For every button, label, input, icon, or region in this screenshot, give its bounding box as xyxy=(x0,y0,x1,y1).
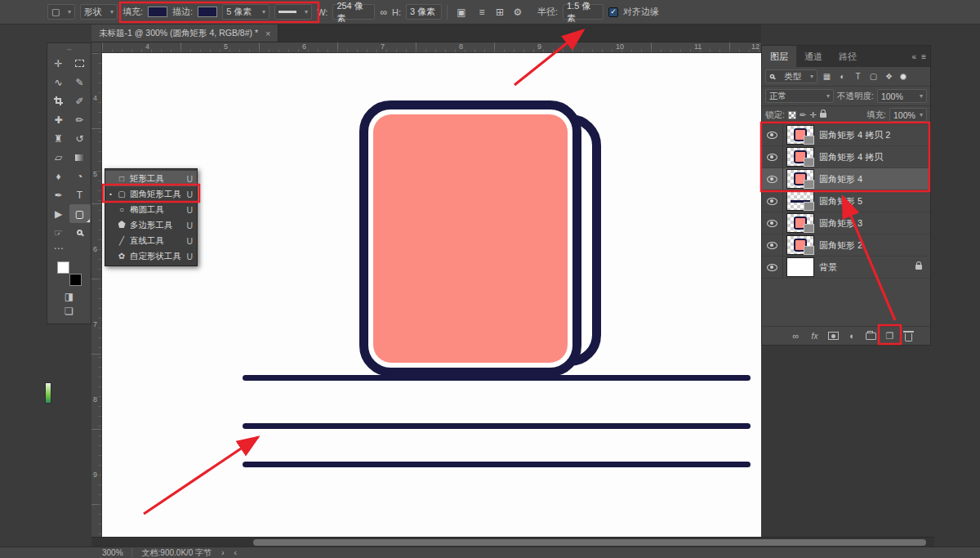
brush-tool[interactable]: ✏ xyxy=(69,110,91,129)
pen-tool[interactable]: ✒ xyxy=(48,185,69,204)
delete-layer-button[interactable] xyxy=(899,331,918,341)
visibility-toggle[interactable] xyxy=(762,190,783,212)
layer-thumbnail[interactable] xyxy=(786,213,814,233)
visibility-toggle[interactable] xyxy=(762,257,783,278)
horizontal-scrollbar[interactable] xyxy=(91,537,934,547)
background-color-swatch[interactable] xyxy=(69,274,82,286)
path-operations-button[interactable]: ▣ xyxy=(452,7,470,18)
status-collapse-icon[interactable]: ‹ xyxy=(234,548,237,557)
stroke-width-select[interactable]: 5 像素 ▾ xyxy=(222,4,270,20)
h-value-field[interactable]: 3 像素 xyxy=(406,4,442,20)
lock-transparency-icon[interactable] xyxy=(788,111,796,119)
visibility-toggle[interactable] xyxy=(762,124,783,145)
filter-adjustment-layers-icon[interactable]: ◐ xyxy=(836,72,849,81)
zoom-level-field[interactable]: 300% xyxy=(102,548,132,557)
type-tool[interactable]: T xyxy=(69,185,91,204)
close-icon[interactable]: × xyxy=(265,29,270,38)
foreground-color-swatch[interactable] xyxy=(57,261,69,274)
path-arrangement-button[interactable]: ⊞ xyxy=(493,7,506,18)
align-edges-checkbox[interactable]: ✓ xyxy=(608,7,618,17)
new-group-button[interactable] xyxy=(862,333,880,340)
radius-value-field[interactable]: 1.5 像素 xyxy=(563,4,604,20)
layer-row[interactable]: 圆角矩形 4 拷贝 xyxy=(762,146,930,168)
filter-toggle[interactable] xyxy=(900,74,906,80)
adjustment-layer-button[interactable]: ◐ xyxy=(843,331,862,341)
add-layer-mask-button[interactable] xyxy=(824,332,843,340)
layer-thumbnail[interactable] xyxy=(786,147,814,167)
layer-row-selected[interactable]: 圆角矩形 4 xyxy=(762,168,930,190)
path-alignment-button[interactable]: ≡ xyxy=(475,7,488,18)
layer-style-button[interactable]: fx xyxy=(805,332,824,341)
scrollbar-thumb[interactable] xyxy=(253,539,926,546)
menu-item-rounded-rectangle-tool[interactable]: ▪ ▢ 圆角矩形工具 U xyxy=(105,186,197,202)
lock-paint-icon[interactable]: ✏ xyxy=(800,110,806,119)
layer-thumbnail[interactable] xyxy=(786,125,814,145)
lock-move-icon[interactable]: ✛ xyxy=(809,110,816,119)
layer-thumbnail[interactable] xyxy=(786,169,814,189)
crop-tool[interactable] xyxy=(48,92,69,110)
dodge-tool[interactable]: ◔ xyxy=(69,167,91,185)
tool-preset-button[interactable]: ▢ ▾ xyxy=(47,4,75,20)
blend-mode-select[interactable]: 正常 ▾ xyxy=(765,89,834,103)
eraser-tool[interactable]: ▱ xyxy=(48,148,69,167)
rounded-rectangle-tool[interactable]: ▢ xyxy=(69,204,91,223)
filter-shape-layers-icon[interactable]: ▢ xyxy=(867,72,880,81)
toolbox-grip[interactable]: ↔ xyxy=(47,43,91,54)
link-dimensions-icon[interactable]: ∞ xyxy=(380,7,387,18)
collapse-panel-icon[interactable]: « xyxy=(912,52,917,61)
status-expand-icon[interactable]: › xyxy=(221,548,224,557)
layer-row[interactable]: 圆角矩形 5 xyxy=(762,190,930,212)
clone-stamp-tool[interactable]: ♜ xyxy=(48,129,69,148)
marquee-tool[interactable] xyxy=(69,54,91,73)
menu-item-ellipse-tool[interactable]: ○ 椭圆工具 U xyxy=(105,202,197,217)
panel-menu-icon[interactable]: ≡ xyxy=(921,52,926,61)
layer-thumbnail[interactable] xyxy=(786,191,814,211)
visibility-toggle[interactable] xyxy=(762,168,783,190)
healing-brush-tool[interactable]: ✚ xyxy=(48,110,69,129)
new-layer-button[interactable]: ❐ xyxy=(880,331,899,341)
layer-row-background[interactable]: 背景 xyxy=(762,257,930,279)
layer-row[interactable]: 圆角矩形 3 xyxy=(762,212,930,234)
filter-pixel-layers-icon[interactable]: ▦ xyxy=(821,72,833,81)
layer-thumbnail[interactable] xyxy=(786,235,814,255)
filter-type-layers-icon[interactable]: T xyxy=(852,72,864,81)
document-tab[interactable]: 未标题-1 @ 300% (圆角矩形 4, RGB/8#) * × xyxy=(91,25,278,42)
history-brush-tool[interactable]: ↺ xyxy=(69,129,91,148)
w-value-field[interactable]: 254 像素 xyxy=(332,4,375,20)
quick-mask-button[interactable]: ◨ xyxy=(47,289,91,304)
blur-tool[interactable]: ♦ xyxy=(48,167,69,185)
visibility-toggle[interactable] xyxy=(762,212,783,234)
stroke-style-select[interactable]: ▾ xyxy=(274,4,312,20)
tab-channels[interactable]: 通道 xyxy=(796,46,831,67)
quick-select-tool[interactable]: ✎ xyxy=(69,73,91,92)
tab-paths[interactable]: 路径 xyxy=(831,46,865,67)
lasso-tool[interactable]: ∿ xyxy=(48,73,69,92)
layer-thumbnail[interactable] xyxy=(786,257,814,277)
tab-layers[interactable]: 图层 xyxy=(762,46,796,67)
visibility-toggle[interactable] xyxy=(762,146,783,167)
gear-icon[interactable]: ⚙ xyxy=(511,7,524,18)
canvas[interactable] xyxy=(102,53,761,537)
visibility-toggle[interactable] xyxy=(762,234,783,256)
hand-tool[interactable]: ☞ xyxy=(48,223,69,242)
menu-item-polygon-tool[interactable]: 多边形工具 U xyxy=(105,217,197,233)
fill-value-select[interactable]: 100% ▾ xyxy=(889,108,927,122)
filter-smart-object-icon[interactable]: ❖ xyxy=(883,72,895,81)
zoom-tool[interactable] xyxy=(69,223,91,242)
layer-row[interactable]: 圆角矩形 4 拷贝 2 xyxy=(762,124,930,146)
toolbox-more-button[interactable]: ⋯ xyxy=(48,242,91,255)
layer-row[interactable]: 圆角矩形 2 xyxy=(762,234,930,257)
lock-all-icon[interactable] xyxy=(820,113,826,118)
menu-item-rectangle-tool[interactable]: □ 矩形工具 U xyxy=(105,171,197,186)
move-tool[interactable]: ✛ xyxy=(48,54,69,73)
stroke-color-swatch[interactable] xyxy=(198,7,217,17)
fill-color-swatch[interactable] xyxy=(148,7,167,17)
link-layers-button[interactable]: ∞ xyxy=(786,331,805,341)
menu-item-custom-shape-tool[interactable]: ✿ 自定形状工具 U xyxy=(105,248,197,264)
gradient-tool[interactable] xyxy=(69,148,91,167)
screen-mode-button[interactable]: ❏ xyxy=(47,304,91,319)
opacity-value-select[interactable]: 100% ▾ xyxy=(877,89,927,103)
eyedropper-tool[interactable]: ✐ xyxy=(69,92,91,110)
menu-item-line-tool[interactable]: ╱ 直线工具 U xyxy=(105,233,197,248)
shape-mode-select[interactable]: 形状 ▾ xyxy=(80,4,118,20)
